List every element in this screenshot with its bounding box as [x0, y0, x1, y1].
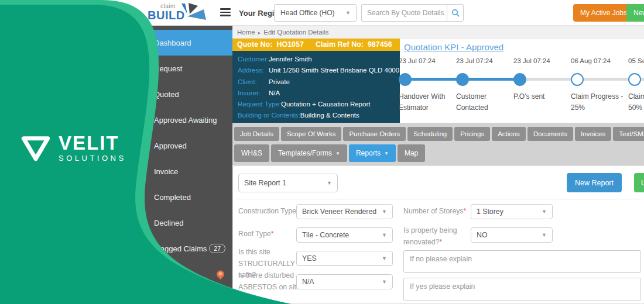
region-select-value: Head Office (HO) — [280, 9, 334, 17]
my-active-jobs-button[interactable]: My Active Jobs — [573, 4, 634, 22]
asbestos-select[interactable]: N/A▼ — [296, 274, 393, 289]
sidebar-item-completed[interactable]: ▦Completed — [135, 184, 232, 210]
kpi-step-date: 23 Jul 07:24 — [399, 57, 436, 64]
chevron-down-icon: ▼ — [327, 174, 332, 192]
chevron-down-icon: ▼ — [345, 5, 351, 21]
sidebar-item-quoted[interactable]: Quoted — [135, 81, 232, 107]
hamburger-menu-icon[interactable] — [220, 8, 231, 17]
quote-detail-label: Address: — [238, 65, 269, 76]
logo-build-text: BUILD — [148, 9, 185, 22]
region-select[interactable]: Head Office (HO) ▼ — [274, 4, 357, 22]
completed-icon: ▦ — [138, 193, 144, 201]
new-request-button[interactable]: New Request — [626, 4, 644, 22]
kpi-step-dot-icon — [513, 73, 526, 86]
search-icon — [451, 9, 460, 17]
logo-shards-icon — [180, 2, 208, 27]
quote-search — [361, 4, 447, 22]
quote-detail-value: Unit 1/250 Smith Street Brisbane QLD 400… — [269, 67, 399, 74]
storeys-label: Number of Storeys* — [403, 206, 469, 217]
quote-detail-row: Insurer:N/A — [238, 88, 400, 99]
breadcrumb: Home▸Edit Quotation Details — [232, 26, 644, 39]
quote-number: Quote No: HO1057 — [237, 39, 304, 51]
renovated-select[interactable]: NO▼ — [471, 227, 553, 243]
quote-panel: Quote No: HO1057 Claim Ref No: 987456 Cu… — [232, 39, 400, 123]
breadcrumb-home[interactable]: Home — [237, 29, 255, 36]
tab-scheduling[interactable]: Scheduling — [407, 127, 453, 141]
sidebar-item-request[interactable]: Request — [135, 56, 232, 81]
chevron-down-icon: ▼ — [335, 151, 340, 156]
tab-purchase-orders[interactable]: Purchase Orders — [343, 127, 406, 141]
breadcrumb-arrow-icon: ▸ — [258, 30, 261, 36]
update-button[interactable]: Update — [634, 173, 644, 192]
sidebar-item-declined[interactable]: ✕Declined — [135, 210, 232, 236]
app-root: claim BUILD Your Region Head Office (HO)… — [0, 0, 644, 304]
quote-panel-header: Quote No: HO1057 Claim Ref No: 987456 — [232, 39, 400, 51]
tab-actions[interactable]: Actions — [492, 127, 526, 141]
kpi-step-date: 23 Jul 07:24 — [456, 57, 493, 64]
sidebar-item-flagged-claims[interactable]: Flagged Claims27 — [135, 236, 232, 261]
tab-map[interactable]: Map — [398, 144, 425, 162]
storeys-select[interactable]: 1 Storey▼ — [471, 204, 553, 219]
kpi-step-date: 06 Aug 07:24 — [571, 57, 611, 64]
tab-invoices[interactable]: Invoices — [575, 127, 611, 141]
chevron-down-icon: ▼ — [382, 205, 387, 219]
tab-strip: Job DetailsScope Of WorksPurchase Orders… — [232, 123, 644, 165]
topbar: claim BUILD Your Region Head Office (HO)… — [0, 0, 644, 26]
tab-reports[interactable]: Reports▼ — [349, 144, 396, 162]
kpi-step-label: Customer Contacted — [456, 91, 512, 113]
quote-detail-value: Private — [269, 78, 290, 85]
kpi-step-dot-icon — [571, 73, 584, 86]
sidebar-item-invoice[interactable]: ▤Invoice — [135, 158, 232, 184]
tab-wh-s[interactable]: WH&S — [234, 144, 269, 162]
quote-detail-row: Request Type:Quotation + Causation Repor… — [238, 99, 400, 110]
velit-solutions-logo: VELIT SOLUTIONS — [20, 133, 126, 165]
quote-detail-row: Client:Private — [238, 77, 400, 88]
sidebar-item-label: Approved Awaiting — [154, 116, 217, 125]
sidebar-item-label: Request — [154, 64, 182, 73]
construction-type-select[interactable]: Brick Veneer Rendered▼ — [296, 204, 393, 219]
sidebar-item-approved-awaiting[interactable]: Approved Awaiting — [135, 107, 232, 133]
quote-panel-body: Customer:Jennifer SmithAddress:Unit 1/25… — [232, 51, 400, 123]
tab-templates-forms[interactable]: Templates/Forms▼ — [271, 144, 347, 162]
structurally-safe-select[interactable]: YES▼ — [296, 251, 393, 266]
invoice-icon: ▤ — [138, 167, 144, 175]
sidebar-item-hidden[interactable] — [135, 261, 232, 287]
search-input[interactable] — [361, 4, 447, 22]
kpi-step-label: P.O's sent — [513, 91, 569, 102]
divider — [237, 199, 641, 199]
sidebar-item-label: Approved — [154, 141, 187, 150]
renovated-label: Is property being renovated?* — [403, 225, 465, 248]
kpi-step-label: Claim Progress - 50% — [628, 91, 644, 113]
quote-detail-label: Request Type: — [238, 99, 281, 110]
tab-pricings[interactable]: Pricings — [454, 127, 490, 141]
kpi-step-dot-icon — [628, 73, 641, 86]
flame-icon — [215, 269, 225, 279]
tab-scope-of-works[interactable]: Scope Of Works — [281, 127, 342, 141]
if-no-explain-textarea[interactable] — [403, 250, 641, 273]
sidebar-item-dashboard[interactable]: Dashboard — [135, 30, 232, 56]
tab-row-1: Job DetailsScope Of WorksPurchase Orders… — [234, 127, 644, 141]
chevron-down-icon: ▼ — [542, 228, 547, 242]
chevron-down-icon: ▼ — [382, 275, 387, 289]
quote-detail-value: Building & Contents — [300, 112, 359, 119]
site-report-select[interactable]: Site Report 1 ▼ — [238, 174, 338, 192]
new-report-button[interactable]: New Report — [567, 173, 622, 192]
tab-row-2: WH&STemplates/Forms▼Reports▼Map — [234, 144, 425, 162]
tab-job-details[interactable]: Job Details — [234, 127, 279, 141]
kpi-title-link[interactable]: Quotation KPI - Approved — [404, 42, 503, 52]
quote-detail-row: Address:Unit 1/250 Smith Street Brisbane… — [238, 65, 400, 76]
velit-brand-sub: SOLUTIONS — [59, 154, 126, 163]
sidebar-item-approved[interactable]: Approved — [135, 133, 232, 158]
velit-brand-name: VELIT — [59, 133, 126, 153]
kpi-step-date: 23 Jul 07:24 — [513, 57, 550, 64]
tab-text-sms[interactable]: Text/SMS — [613, 127, 644, 141]
search-button[interactable] — [447, 4, 464, 22]
breadcrumb-current: Edit Quotation Details — [263, 29, 328, 36]
quote-detail-label: Insurer: — [238, 88, 269, 99]
tab-documents[interactable]: Documents — [527, 127, 573, 141]
if-yes-explain-textarea[interactable] — [403, 278, 641, 301]
kpi-step-label: Claim Progress - 25% — [571, 91, 626, 113]
claim-ref-number: Claim Ref No: 987456 — [316, 39, 392, 51]
site-report-card: Site Report 1 ▼ New Report Update Constr… — [232, 165, 644, 304]
roof-type-select[interactable]: Tile - Concrete▼ — [296, 227, 393, 243]
